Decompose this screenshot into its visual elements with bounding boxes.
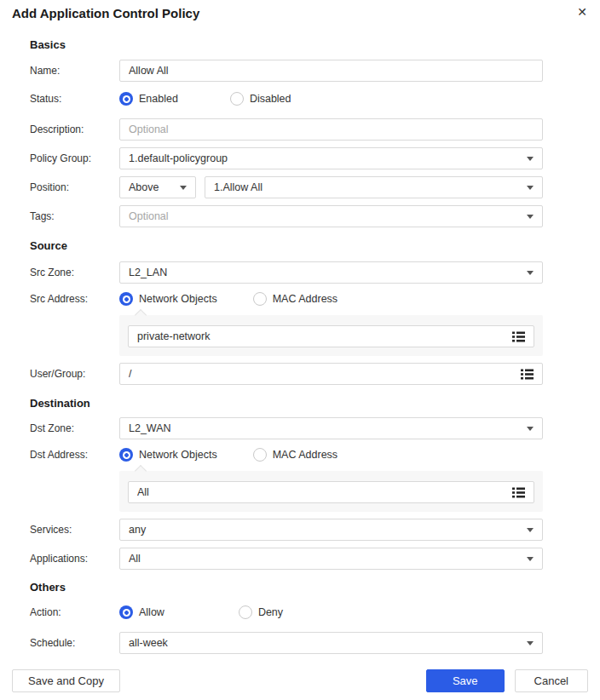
- dst-zone-select[interactable]: L2_WAN: [119, 417, 543, 439]
- action-radio-deny[interactable]: Deny: [239, 605, 283, 619]
- dst-address-radio-mac-address[interactable]: MAC Address: [253, 448, 338, 462]
- save-button[interactable]: Save: [426, 669, 505, 692]
- section-title-basics: Basics: [30, 38, 543, 52]
- policy-group-label: Policy Group:: [30, 147, 119, 169]
- tags-select[interactable]: Optional: [119, 205, 543, 227]
- dst-address-radio-network-objects[interactable]: Network Objects: [119, 448, 217, 462]
- chevron-down-icon: [180, 186, 187, 190]
- position-anchor-select[interactable]: 1.Allow All: [205, 176, 543, 198]
- chevron-down-icon: [527, 641, 534, 645]
- services-value: any: [129, 524, 520, 536]
- dialog-footer: Save and Copy Save Cancel: [0, 669, 600, 692]
- row-tags: Tags: Optional: [30, 205, 543, 227]
- user-group-label: User/Group:: [30, 363, 119, 385]
- name-input[interactable]: [119, 60, 543, 82]
- src-address-network-objects-label: Network Objects: [139, 293, 217, 305]
- chevron-down-icon: [527, 186, 534, 190]
- tags-label: Tags:: [30, 205, 119, 227]
- list-picker-icon[interactable]: [512, 331, 525, 342]
- row-src-zone: Src Zone: L2_LAN: [30, 261, 543, 284]
- radio-selected-icon: [119, 605, 133, 619]
- dst-address-network-objects-label: Network Objects: [139, 449, 217, 461]
- schedule-value: all-week: [129, 637, 520, 649]
- chevron-down-icon: [527, 215, 534, 219]
- radio-unselected-icon: [253, 448, 267, 462]
- user-group-field[interactable]: /: [119, 363, 543, 385]
- applications-value: All: [129, 553, 520, 565]
- add-application-control-policy-dialog: Add Application Control Policy ✕ Basics …: [0, 0, 600, 700]
- src-address-mac-address-label: MAC Address: [273, 293, 338, 305]
- dst-zone-label: Dst Zone:: [30, 417, 119, 439]
- action-allow-label: Allow: [139, 606, 164, 618]
- policy-group-value: 1.default-policygroup: [129, 152, 520, 164]
- status-label: Status:: [30, 91, 119, 106]
- row-applications: Applications: All: [30, 548, 543, 570]
- position-relation-value: Above: [129, 181, 173, 193]
- radio-unselected-icon: [230, 92, 244, 106]
- schedule-label: Schedule:: [30, 632, 119, 654]
- dst-network-objects-value: All: [137, 486, 505, 498]
- close-icon[interactable]: ✕: [574, 3, 591, 20]
- dst-network-objects-panel: All: [119, 471, 543, 512]
- row-status: Status: Enabled Disabled: [30, 91, 543, 106]
- src-network-objects-panel-row: private-network: [30, 315, 543, 356]
- description-input[interactable]: [119, 118, 543, 141]
- name-label: Name:: [30, 60, 119, 82]
- tags-placeholder: Optional: [129, 210, 520, 222]
- row-action: Action: Allow Deny: [30, 605, 543, 620]
- src-address-radio-network-objects[interactable]: Network Objects: [119, 292, 217, 306]
- list-picker-icon[interactable]: [521, 369, 534, 380]
- status-enabled-label: Enabled: [139, 93, 178, 105]
- row-user-group: User/Group: /: [30, 363, 543, 385]
- row-src-address: Src Address: Network Objects MAC Address: [30, 291, 543, 307]
- chevron-down-icon: [527, 528, 534, 532]
- action-label: Action:: [30, 605, 119, 620]
- dialog-title: Add Application Control Policy: [12, 5, 588, 22]
- dst-network-objects-panel-row: All: [30, 471, 543, 512]
- radio-unselected-icon: [253, 292, 267, 306]
- src-network-objects-panel: private-network: [119, 315, 543, 356]
- src-zone-value: L2_LAN: [129, 267, 520, 278]
- radio-selected-icon: [119, 448, 133, 462]
- src-address-radio-mac-address[interactable]: MAC Address: [253, 292, 338, 306]
- status-radio-enabled[interactable]: Enabled: [119, 92, 178, 106]
- section-title-destination: Destination: [30, 397, 543, 410]
- radio-selected-icon: [119, 92, 133, 106]
- cancel-button[interactable]: Cancel: [515, 669, 588, 692]
- save-and-copy-button[interactable]: Save and Copy: [12, 669, 120, 692]
- row-description: Description:: [30, 118, 543, 141]
- position-label: Position:: [30, 176, 119, 198]
- position-relation-select[interactable]: Above: [119, 176, 196, 198]
- dst-zone-value: L2_WAN: [129, 422, 520, 434]
- row-dst-zone: Dst Zone: L2_WAN: [30, 417, 543, 439]
- services-label: Services:: [30, 519, 119, 541]
- dialog-body: Basics Name: Status: Enabled Disabled D: [0, 38, 600, 654]
- chevron-down-icon: [527, 557, 534, 561]
- position-anchor-value: 1.Allow All: [214, 181, 520, 193]
- action-radio-allow[interactable]: Allow: [119, 605, 164, 619]
- schedule-select[interactable]: all-week: [119, 632, 543, 654]
- action-deny-label: Deny: [258, 606, 283, 618]
- src-network-objects-field[interactable]: private-network: [128, 325, 534, 347]
- list-picker-icon[interactable]: [512, 487, 525, 498]
- src-address-label: Src Address:: [30, 291, 119, 307]
- src-zone-select[interactable]: L2_LAN: [119, 261, 543, 284]
- applications-label: Applications:: [30, 548, 119, 570]
- status-radio-disabled[interactable]: Disabled: [230, 92, 291, 106]
- chevron-down-icon: [527, 427, 534, 431]
- radio-unselected-icon: [239, 605, 252, 619]
- callout-notch: [135, 309, 147, 321]
- chevron-down-icon: [527, 271, 534, 275]
- dst-network-objects-field[interactable]: All: [128, 481, 534, 503]
- status-disabled-label: Disabled: [250, 93, 291, 105]
- policy-group-select[interactable]: 1.default-policygroup: [119, 147, 543, 169]
- user-group-value: /: [129, 368, 514, 380]
- radio-selected-icon: [119, 292, 133, 306]
- chevron-down-icon: [527, 157, 534, 161]
- applications-select[interactable]: All: [119, 548, 543, 570]
- callout-notch: [135, 465, 147, 477]
- row-schedule: Schedule: all-week: [30, 632, 543, 654]
- dialog-header: Add Application Control Policy ✕: [0, 0, 600, 26]
- services-select[interactable]: any: [119, 519, 543, 541]
- dst-address-mac-address-label: MAC Address: [273, 449, 338, 461]
